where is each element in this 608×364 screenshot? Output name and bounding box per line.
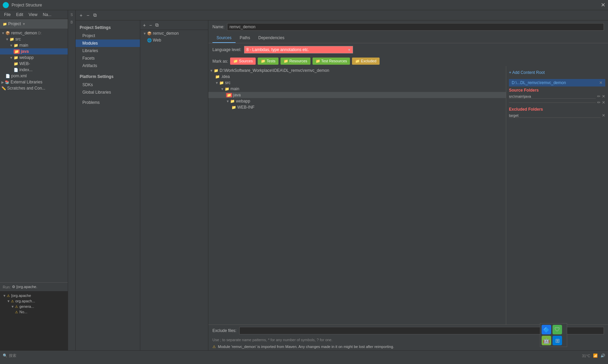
remove-button[interactable]: −	[85, 12, 91, 19]
project-panel-label: Project	[8, 21, 21, 26]
network-icon: 📶	[593, 353, 598, 358]
excluded-folder-row-1: target ✕	[509, 112, 605, 118]
bookmarks-icon[interactable]: B	[69, 19, 75, 25]
tree-item-remvc-demon-root[interactable]: ▼ 📦 remvc_demon D:	[0, 30, 68, 36]
source-item-webapp[interactable]: ▼ 📁 webapp	[208, 98, 506, 104]
content-root-header: D:\...DL_remvc\remvc_demon ✕	[509, 79, 605, 86]
settings-facets[interactable]: Facets	[76, 54, 140, 62]
source-item-root[interactable]: ▼ 📁 D:\WorkSoftware_Workplace\IDEA\DL_re…	[208, 67, 506, 74]
tree-item-src[interactable]: ▼ 📁 src	[0, 36, 68, 42]
source-folder-row-1: src\main\java ✏ ✕	[509, 93, 605, 99]
content-root-section: D:\...DL_remvc\remvc_demon ✕ Source Fold…	[509, 79, 605, 118]
temperature-display: 31°C	[582, 354, 590, 358]
dialog-content: Project Settings Project Modules Librari…	[76, 20, 608, 350]
mark-excluded-btn[interactable]: 📁 Excluded	[352, 58, 379, 65]
close-button[interactable]: ✕	[601, 2, 605, 8]
add-content-root-btn[interactable]: + Add Content Root	[509, 69, 605, 76]
structure-icon[interactable]: S	[69, 12, 75, 18]
windows-tray-icon[interactable]: ⊞	[553, 336, 562, 345]
system-tray-popup: 🔷 🛡 🤖 ⊞	[540, 323, 567, 347]
mark-label: Mark as:	[212, 59, 228, 64]
settings-modules[interactable]: Modules	[76, 39, 140, 47]
settings-problems[interactable]: Problems	[76, 99, 140, 106]
menu-view[interactable]: View	[26, 12, 40, 18]
source-item-java[interactable]: 📁 java	[208, 92, 506, 98]
run-tree-item-1[interactable]: ▼ ⚠ [org.apache	[3, 293, 65, 298]
remove-source-icon[interactable]: ✕	[602, 94, 605, 99]
menu-edit[interactable]: Edit	[13, 12, 26, 18]
status-bar: 🔍 搜索 31°C 📶 🔊	[0, 350, 608, 361]
warning-text: Module 'remvc_demon' is imported from Ma…	[218, 345, 394, 349]
module-add-btn[interactable]: +	[142, 22, 147, 29]
status-search-text: 搜索	[9, 353, 16, 358]
content-area: Name: Sources Paths Dependencies Languag…	[208, 20, 608, 350]
lang-select[interactable]: 8 - Lambdas, type annotations etc.	[244, 46, 353, 53]
tree-item-web-inf[interactable]: 📁 WEB-	[0, 61, 68, 67]
platform-settings-title: Platform Settings	[76, 72, 140, 81]
tree-item-scratches[interactable]: ✏️ Scratches and Con...	[0, 85, 68, 91]
settings-project[interactable]: Project	[76, 32, 140, 39]
settings-libraries[interactable]: Libraries	[76, 47, 140, 54]
source-folders-title: Source Folders	[509, 86, 605, 93]
menu-bar: File Edit View Na...	[0, 10, 68, 19]
shield-tray-icon[interactable]: 🛡	[553, 325, 562, 334]
source-item-webinf[interactable]: 📁 WEB-INF	[208, 104, 506, 110]
tree-item-webapp[interactable]: ▼ 📁 webapp	[0, 54, 68, 61]
tree-item-index[interactable]: 📄 index...	[0, 67, 68, 73]
name-input[interactable]	[227, 23, 604, 31]
tree-item-pom[interactable]: 📄 pom.xml	[0, 73, 68, 79]
tab-dependencies[interactable]: Dependencies	[254, 33, 289, 43]
status-search-icon: 🔍	[3, 353, 7, 358]
content-root-close[interactable]: ✕	[599, 80, 603, 85]
settings-global-libs[interactable]: Global Libraries	[76, 89, 140, 96]
run-tree-item-3[interactable]: ▼ ⚠ genera...	[3, 304, 65, 309]
remove-empty-icon[interactable]: ✕	[602, 100, 605, 105]
settings-artifacts[interactable]: Artifacts	[76, 62, 140, 69]
module-tree-panel: + − ⧉ ▼ 📦 remvc_demon 🌐 Web	[140, 20, 208, 350]
add-button[interactable]: +	[78, 12, 84, 19]
lang-select-wrapper: 8 - Lambdas, type annotations etc.	[244, 46, 353, 53]
copy-button[interactable]: ⧉	[92, 12, 98, 19]
source-item-idea[interactable]: 📁 .idea	[208, 74, 506, 80]
speaker-icon: 🔊	[601, 353, 605, 358]
bluetooth-tray-icon[interactable]: 🔷	[542, 325, 551, 334]
settings-sdks[interactable]: SDKs	[76, 81, 140, 89]
mark-as-row: Mark as: 📁 Sources 📁 Tests 📁 Resources 📁…	[208, 56, 608, 66]
tree-item-java[interactable]: 📁 java	[0, 48, 68, 54]
source-item-src[interactable]: ▼ 📁 src	[208, 80, 506, 86]
remove-excluded-icon[interactable]: ✕	[602, 113, 605, 118]
name-label: Name:	[212, 25, 224, 29]
edit-empty-icon[interactable]: ✏	[597, 100, 601, 105]
source-item-main[interactable]: ▼ 📁 main	[208, 86, 506, 92]
run-label: Run:	[3, 285, 11, 289]
menu-nav[interactable]: Na...	[40, 12, 54, 18]
mark-resources-btn[interactable]: 📁 Resources	[281, 58, 310, 65]
module-remove-btn[interactable]: −	[148, 22, 153, 29]
tree-item-main[interactable]: ▼ 📁 main	[0, 42, 68, 48]
run-tree-item-2[interactable]: ▼ ⚠ org.apach...	[3, 298, 65, 304]
module-item-web[interactable]: 🌐 Web	[140, 37, 208, 44]
dialog-title-text: Project Structure	[12, 3, 42, 7]
project-settings-title: Project Settings	[76, 23, 140, 32]
menu-file[interactable]: File	[1, 12, 13, 18]
android-tray-icon[interactable]: 🤖	[542, 336, 551, 345]
mark-test-resources-btn[interactable]: 📁 Test Resources	[313, 58, 350, 65]
module-item-remvc-demon[interactable]: ▼ 📦 remvc_demon	[140, 30, 208, 37]
excluded-folders-title: Excluded Folders	[509, 106, 605, 112]
run-tree-item-4[interactable]: ⚠ No...	[3, 309, 65, 315]
project-panel-header[interactable]: 📁 Project ▼	[0, 19, 68, 29]
mark-sources-btn[interactable]: 📁 Sources	[230, 58, 256, 65]
app-logo	[3, 2, 9, 8]
tab-paths[interactable]: Paths	[236, 33, 254, 43]
lang-row: Language level: 8 - Lambdas, type annota…	[208, 43, 608, 56]
tree-item-ext-libs[interactable]: ▶ 📚 External Libraries	[0, 79, 68, 85]
source-tree: ▼ 📁 D:\WorkSoftware_Workplace\IDEA\DL_re…	[208, 66, 506, 325]
source-folder-empty-row: ✏ ✕	[509, 99, 605, 106]
name-row: Name:	[208, 20, 608, 33]
mark-tests-btn[interactable]: 📁 Tests	[258, 58, 278, 65]
right-info-panel: + Add Content Root D:\...DL_remvc\remvc_…	[506, 66, 608, 325]
module-copy-btn[interactable]: ⧉	[154, 21, 160, 29]
edit-source-icon[interactable]: ✏	[597, 94, 601, 99]
tab-sources[interactable]: Sources	[212, 33, 236, 43]
content-root-path: D:\...DL_remvc\remvc_demon	[512, 80, 566, 85]
